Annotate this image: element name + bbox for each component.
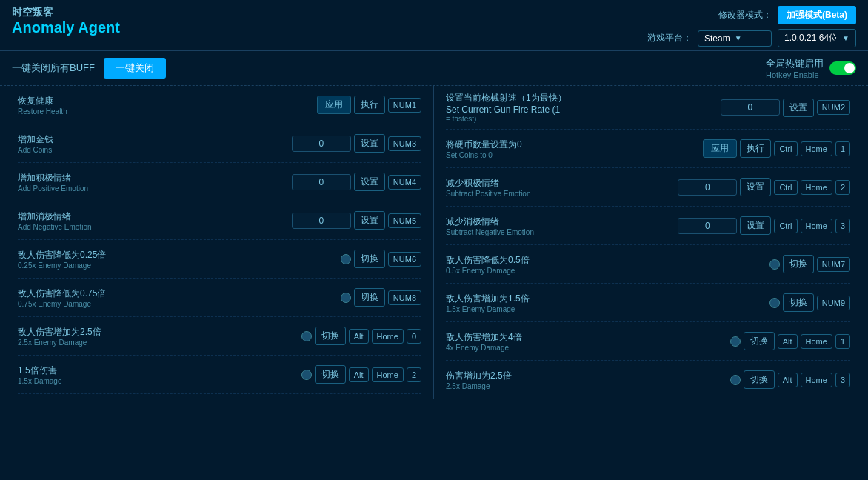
feature-cn: 1.5倍伤害 xyxy=(18,364,296,377)
feature-row: 敌人伤害降低为0.5倍 0.5x Enemy Damage 切换 NUM7 xyxy=(446,245,850,284)
feature-cn: 将硬币数量设置为0 xyxy=(446,139,697,151)
chevron-down-icon: ▼ xyxy=(735,34,742,42)
feature-controls: 设置 NUM5 xyxy=(292,211,421,230)
feature-cn: 增加金钱 xyxy=(18,133,286,146)
header: 时空叛客 Anomaly Agent 修改器模式： 加强模式(Beta) 游戏平… xyxy=(0,0,868,51)
platform-select[interactable]: Steam ▼ xyxy=(698,30,772,47)
header-right: 修改器模式： 加强模式(Beta) 游戏平台： Steam ▼ 1.0.0.21… xyxy=(647,6,856,47)
feature-row: 敌人伤害降低为0.75倍 0.75x Enemy Damage 切换 NUM8 xyxy=(18,279,421,317)
feature-row: 敌人伤害降低为0.25倍 0.25x Enemy Damage 切换 NUM6 xyxy=(18,240,421,279)
feature-cn: 伤害增加为2.5倍 xyxy=(446,370,724,382)
key-badge: Home xyxy=(801,219,832,233)
key-badge: Home xyxy=(372,367,404,382)
app-subtitle: Anomaly Agent xyxy=(12,19,120,36)
feature-en: Subtract Negative Emotion xyxy=(446,228,672,236)
exec-button[interactable]: 执行 xyxy=(740,139,771,158)
feature-en: 4x Enemy Damage xyxy=(446,344,724,352)
key-badge: Home xyxy=(801,141,832,156)
feature-cn: 减少消极情绪 xyxy=(446,216,672,228)
key-badge: 2 xyxy=(407,367,421,382)
toggle-dot[interactable] xyxy=(769,298,780,308)
toggle-dot[interactable] xyxy=(301,331,312,341)
platform-label: 游戏平台： xyxy=(647,32,692,44)
key-badge: NUM5 xyxy=(388,213,421,228)
value-input[interactable] xyxy=(292,174,351,190)
feature-controls: 切换 NUM9 xyxy=(769,293,850,312)
hotkey-toggle[interactable] xyxy=(829,61,856,75)
close-all-button[interactable]: 一键关闭 xyxy=(104,58,166,79)
feature-row: 增加积极情绪 Add Positive Emotion 设置 NUM4 xyxy=(18,163,421,201)
toggle-button[interactable]: 切换 xyxy=(354,288,385,307)
toggle-dot[interactable] xyxy=(341,293,351,303)
toggle-dot[interactable] xyxy=(341,254,351,264)
toggle-dot[interactable] xyxy=(730,375,741,385)
toggle-button[interactable]: 切换 xyxy=(744,370,775,389)
key-badge: Home xyxy=(801,180,832,195)
feature-labels: 恢复健康 Restore Health xyxy=(18,95,311,116)
toggle-dot[interactable] xyxy=(301,370,312,380)
toggle-button[interactable]: 切换 xyxy=(783,255,814,273)
mode-button[interactable]: 加强模式(Beta) xyxy=(778,6,856,24)
feature-cn: 敌人伤害降低为0.25倍 xyxy=(18,249,335,261)
feature-row: 设置当前枪械射速（1为最快） Set Current Gun Fire Rate… xyxy=(446,86,850,130)
key-badge: 3 xyxy=(835,219,850,233)
value-input[interactable] xyxy=(292,213,351,229)
value-input[interactable] xyxy=(721,99,780,116)
exec-button[interactable]: 执行 xyxy=(354,96,385,114)
toolbar: 一键关闭所有BUFF 一键关闭 全局热键启用 Hotkey Enable xyxy=(0,51,868,86)
feature-row: 增加金钱 Add Coins 设置 NUM3 xyxy=(18,124,421,163)
feature-labels: 将硬币数量设置为0 Set Coins to 0 xyxy=(446,139,697,159)
apply-button[interactable]: 应用 xyxy=(703,139,737,158)
set-button[interactable]: 设置 xyxy=(354,173,385,191)
key-badge: NUM8 xyxy=(388,290,421,305)
apply-button[interactable]: 应用 xyxy=(317,96,351,114)
feature-cn: 恢复健康 xyxy=(18,95,311,107)
set-button[interactable]: 设置 xyxy=(354,134,385,153)
value-input[interactable] xyxy=(678,179,737,196)
feature-row: 1.5倍伤害 1.5x Damage 切换 AltHome2 xyxy=(18,356,421,394)
key-badge: NUM3 xyxy=(388,136,421,151)
key-badge: Home xyxy=(801,373,832,387)
feature-labels: 敌人伤害增加为1.5倍 1.5x Enemy Damage xyxy=(446,293,764,313)
key-badge: 2 xyxy=(835,180,850,195)
feature-en: 2.5x Enemy Damage xyxy=(18,339,296,347)
toggle-button[interactable]: 切换 xyxy=(354,250,385,268)
feature-labels: 敌人伤害降低为0.5倍 0.5x Enemy Damage xyxy=(446,254,764,275)
hotkey-cn: 全局热键启用 xyxy=(766,57,824,70)
key-badge: 0 xyxy=(407,329,421,344)
set-button[interactable]: 设置 xyxy=(354,211,385,230)
feature-controls: 设置 NUM4 xyxy=(292,173,421,191)
set-button[interactable]: 设置 xyxy=(783,99,814,117)
feature-cn: 敌人伤害增加为1.5倍 xyxy=(446,293,764,305)
version-select[interactable]: 1.0.0.21 64位 ▼ xyxy=(778,29,856,47)
close-all-label: 一键关闭所有BUFF xyxy=(12,61,95,75)
feature-labels: 敌人伤害增加为2.5倍 2.5x Enemy Damage xyxy=(18,326,296,347)
value-input[interactable] xyxy=(678,218,737,234)
feature-en: 0.5x Enemy Damage xyxy=(446,267,764,275)
feature-row: 减少消极情绪 Subtract Negative Emotion 设置 Ctrl… xyxy=(446,207,850,245)
header-left: 时空叛客 Anomaly Agent xyxy=(12,6,120,36)
key-badge: 1 xyxy=(835,334,850,349)
feature-en: Subtract Positive Emotion xyxy=(446,190,672,198)
chevron-down-icon: ▼ xyxy=(842,34,849,42)
feature-row: 敌人伤害增加为1.5倍 1.5x Enemy Damage 切换 NUM9 xyxy=(446,284,850,322)
toggle-dot[interactable] xyxy=(769,259,780,270)
set-button[interactable]: 设置 xyxy=(740,178,771,196)
modifier-label: 修改器模式： xyxy=(718,9,772,21)
toggle-dot[interactable] xyxy=(730,336,741,347)
toggle-button[interactable]: 切换 xyxy=(315,365,346,384)
toolbar-left: 一键关闭所有BUFF 一键关闭 xyxy=(12,58,166,79)
feature-row: 增加消极情绪 Add Negative Emotion 设置 NUM5 xyxy=(18,201,421,240)
set-button[interactable]: 设置 xyxy=(740,216,771,235)
value-input[interactable] xyxy=(292,136,351,152)
key-badge: NUM4 xyxy=(388,175,421,190)
feature-en: Restore Health xyxy=(18,107,311,116)
feature-cn: 减少积极情绪 xyxy=(446,177,672,190)
toggle-button[interactable]: 切换 xyxy=(315,327,346,345)
feature-cn2: Set Current Gun Fire Rate (1 xyxy=(446,104,715,115)
toggle-button[interactable]: 切换 xyxy=(744,332,775,350)
feature-en: 2.5x Damage xyxy=(446,382,724,390)
feature-labels: 设置当前枪械射速（1为最快） Set Current Gun Fire Rate… xyxy=(446,92,715,123)
toggle-button[interactable]: 切换 xyxy=(783,293,814,312)
feature-controls: 切换 NUM7 xyxy=(769,255,850,273)
